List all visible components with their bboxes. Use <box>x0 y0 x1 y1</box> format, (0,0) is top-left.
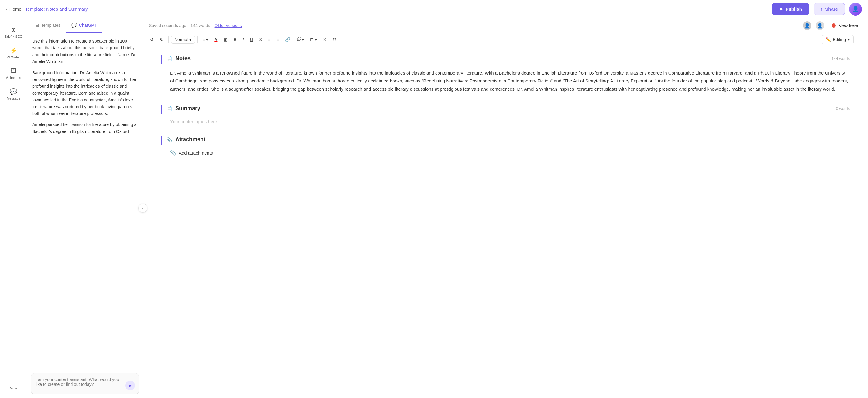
tab-chatgpt[interactable]: 💬 ChatGPT <box>66 18 102 33</box>
bullet-list-button[interactable]: ≡ <box>266 35 273 44</box>
strikethrough-icon: S <box>259 37 262 42</box>
notes-icon: 📄 <box>166 56 172 61</box>
template-label: Template: Notes and Summary <box>25 6 88 11</box>
undo-icon: ↺ <box>150 37 154 42</box>
sidebar-item-more[interactable]: ··· More <box>2 375 25 393</box>
new-item-button[interactable]: New Item <box>828 21 862 30</box>
chevron-down-icon: ▾ <box>848 37 850 42</box>
image-button[interactable]: 🖼 ▾ <box>294 35 306 44</box>
editor-area: Saved seconds ago 144 words Older versio… <box>143 18 868 398</box>
redo-icon: ↻ <box>160 37 163 42</box>
sidebar-item-label: Brief + SEO <box>5 35 22 38</box>
attachment-section: 📎 Attachment 📎 Add attachments <box>161 136 850 156</box>
more-icon: ··· <box>857 36 861 43</box>
avatar[interactable]: 👤 <box>849 3 862 16</box>
sidebar-item-brief-seo[interactable]: ⊕ Brief + SEO <box>2 23 25 41</box>
home-label: Home <box>9 6 22 11</box>
ai-writer-icon: ⚡ <box>10 47 17 54</box>
chat-input-box: ➤ <box>31 373 139 394</box>
add-attachments-button[interactable]: 📎 Add attachments <box>170 150 850 156</box>
publish-button[interactable]: ➤ Publish <box>772 3 809 15</box>
chevron-down-icon: ▾ <box>315 37 317 42</box>
summary-placeholder[interactable]: Your content goes here ... <box>161 119 850 124</box>
sidebar-item-ai-writer[interactable]: ⚡ AI Writer <box>2 44 25 62</box>
templates-icon: ⊞ <box>35 23 39 28</box>
word-count: 144 words <box>191 23 210 28</box>
chatgpt-icon: 💬 <box>71 23 77 28</box>
add-attachment-icon: 📎 <box>170 150 176 156</box>
panel: ⊞ Templates 💬 ChatGPT Use this informati… <box>27 18 143 398</box>
panel-content: Use this information to create a speaker… <box>27 33 143 369</box>
topbar: ‹ Home Template: Notes and Summary ➤ Pub… <box>0 0 868 18</box>
attachment-icon: 📎 <box>166 137 172 142</box>
redo-button[interactable]: ↻ <box>157 35 166 44</box>
panel-text-2: Background Information: Dr. Amelia Whitm… <box>32 69 138 117</box>
notes-title: Notes <box>175 55 829 62</box>
align-icon: ≡ <box>203 37 205 42</box>
chevron-left-icon: ‹ <box>142 206 144 210</box>
strikethrough-button[interactable]: S <box>257 35 265 44</box>
notes-section-header: 📄 Notes 144 words <box>161 55 850 64</box>
ai-images-icon: 🖼 <box>11 67 17 75</box>
link-icon: 🔗 <box>285 37 290 42</box>
tab-templates[interactable]: ⊞ Templates <box>30 18 66 33</box>
sidebar: ⊕ Brief + SEO ⚡ AI Writer 🖼 AI Images 💬 … <box>0 18 27 398</box>
attachment-section-header: 📎 Attachment <box>161 136 850 145</box>
underline-button[interactable]: U <box>247 35 255 44</box>
editor-topbar: Saved seconds ago 144 words Older versio… <box>143 18 868 33</box>
align-button[interactable]: ≡ ▾ <box>200 35 211 44</box>
sidebar-item-label: AI Writer <box>7 55 20 59</box>
highlight-button[interactable]: ▣ <box>221 35 230 44</box>
undo-button[interactable]: ↺ <box>148 35 156 44</box>
sidebar-item-message[interactable]: 💬 Message <box>2 85 25 103</box>
panel-text-3: Amelia pursued her passion for literatur… <box>32 121 138 135</box>
text-color-button[interactable]: A <box>212 35 220 44</box>
toolbar: ↺ ↻ Normal ▾ ≡ ▾ A ▣ B <box>143 33 868 46</box>
chat-input-area: ➤ <box>27 369 143 398</box>
table-button[interactable]: ⊞ ▾ <box>308 35 319 44</box>
editing-label: Editing <box>833 37 846 42</box>
chevron-down-icon: ▾ <box>189 37 191 42</box>
share-icon: ↑ <box>820 6 823 11</box>
notes-paragraph[interactable]: Dr. Amelia Whitman is a renowned figure … <box>161 69 850 93</box>
saved-status: Saved seconds ago <box>149 23 186 28</box>
summary-section-header: 📄 Summary 0 words <box>161 105 850 114</box>
panel-tabs: ⊞ Templates 💬 ChatGPT <box>27 18 143 33</box>
format-label: Normal <box>175 37 188 42</box>
publish-icon: ➤ <box>779 6 783 12</box>
chat-input[interactable] <box>36 377 125 387</box>
edit-pen-icon: ✏️ <box>826 37 831 42</box>
link-button[interactable]: 🔗 <box>283 35 293 44</box>
ordered-list-button[interactable]: ≡ <box>274 35 281 44</box>
ordered-list-icon: ≡ <box>277 37 279 42</box>
home-button[interactable]: ‹ Home <box>6 6 22 11</box>
editor-content[interactable]: 📄 Notes 144 words Dr. Amelia Whitman is … <box>143 46 868 398</box>
panel-collapse-button[interactable]: ‹ <box>138 204 147 213</box>
summary-title: Summary <box>175 105 833 112</box>
older-versions-link[interactable]: Older versions <box>215 23 242 28</box>
editing-select[interactable]: ✏️ Editing ▾ <box>822 35 854 44</box>
more-icon: ··· <box>11 378 16 385</box>
format-select[interactable]: Normal ▾ <box>171 36 195 44</box>
new-item-dot <box>832 23 836 28</box>
italic-button[interactable]: I <box>240 35 246 44</box>
summary-wordcount: 0 words <box>836 106 850 111</box>
toolbar-more-button[interactable]: ··· <box>855 35 863 44</box>
special-icon: Ω <box>333 37 336 42</box>
notes-section: 📄 Notes 144 words Dr. Amelia Whitman is … <box>161 55 850 93</box>
summary-section: 📄 Summary 0 words Your content goes here… <box>161 105 850 124</box>
special-char-button[interactable]: Ω <box>330 35 338 44</box>
share-button[interactable]: ↑ Share <box>814 3 845 15</box>
highlight-icon: ▣ <box>223 37 227 42</box>
toolbar-divider <box>168 36 169 43</box>
sidebar-item-label: More <box>10 387 17 390</box>
clear-format-button[interactable]: ✕ <box>321 35 329 44</box>
notes-wordcount: 144 words <box>832 56 850 61</box>
bullet-list-icon: ≡ <box>268 37 271 42</box>
chat-send-button[interactable]: ➤ <box>125 381 135 390</box>
sidebar-item-ai-images[interactable]: 🖼 AI Images <box>2 64 25 82</box>
underlined-text: With a Bachelor's degree in English Lite… <box>170 70 845 83</box>
panel-text-1: Use this information to create a speaker… <box>32 38 138 65</box>
summary-icon: 📄 <box>166 106 172 111</box>
bold-button[interactable]: B <box>231 35 239 44</box>
